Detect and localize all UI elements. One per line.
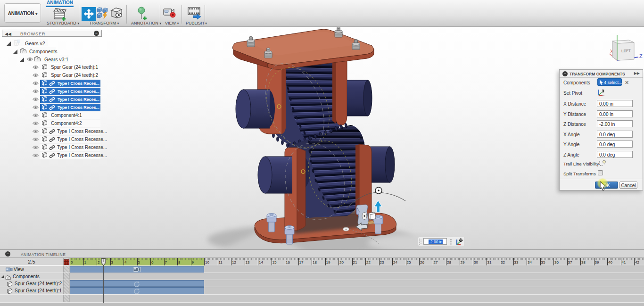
svg-text:Z: Z [639,53,643,59]
svg-text:LEFT: LEFT [621,49,631,53]
